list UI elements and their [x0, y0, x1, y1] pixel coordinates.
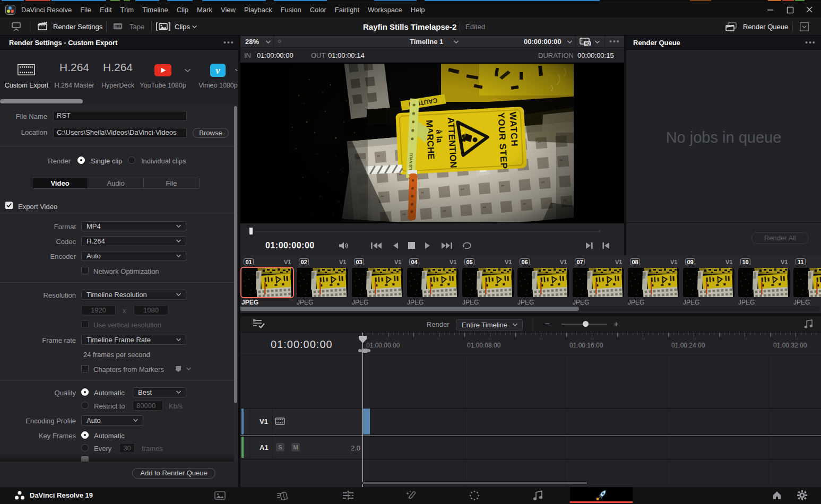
svg-text:v: v: [215, 65, 220, 76]
svg-text:HQ: HQ: [585, 41, 590, 46]
